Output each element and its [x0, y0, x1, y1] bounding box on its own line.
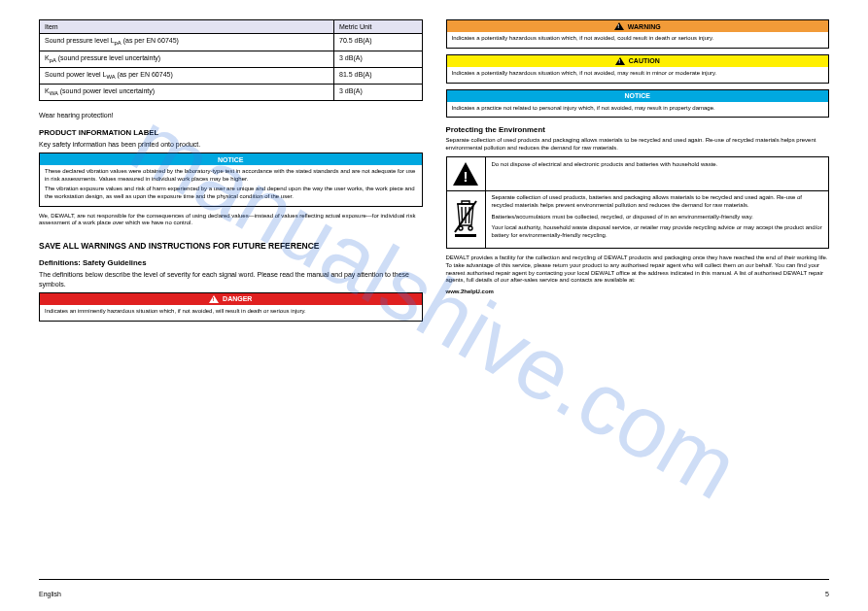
left-column: Item Metric Unit Sound pressure level Lp… — [39, 19, 423, 327]
table-row: KWA (sound power level uncertainty) 3 dB… — [40, 85, 423, 101]
spec-cell: Sound power level LWA (as per EN 60745) — [40, 67, 334, 84]
caution-body: Indicates a potentially hazardous situat… — [447, 67, 829, 83]
env-paragraph: Separate collection of used products and… — [446, 137, 830, 153]
warning-text: Indicates a potentially hazardous situat… — [452, 35, 824, 43]
warning-triangle-icon — [615, 57, 625, 65]
notice-body: Indicates a practice not related to pers… — [447, 102, 829, 118]
warning-box: WARNING Indicates a potentially hazardou… — [446, 19, 830, 49]
notice-bar-label: NOTICE — [218, 156, 243, 163]
spec-cell: 81.5 dB(A) — [334, 67, 423, 84]
caution-bar-label: CAUTION — [629, 57, 660, 64]
notice-box: NOTICE Indicates a practice not related … — [446, 89, 830, 119]
vib-heading: PRODUCT INFORMATION LABEL — [39, 128, 423, 137]
danger-body: Indicates an imminently hazardous situat… — [40, 305, 422, 321]
caution-text: Indicates a potentially hazardous situat… — [452, 70, 824, 78]
spec-cell: 70.5 dB(A) — [334, 34, 423, 51]
env-heading: Protecting the Environment — [446, 125, 830, 134]
notice-bar: NOTICE — [447, 90, 829, 102]
env-bullets-intro: DEWALT provides a facility for the colle… — [446, 255, 830, 285]
env-note2: Your local authority, household waste di… — [492, 224, 823, 240]
env-warning-text: Do not dispose of electrical and electro… — [492, 161, 823, 169]
safety-sub: Definitions: Safety Guidelines — [39, 258, 423, 267]
spec-hdr-item: Item — [40, 20, 334, 34]
warning-triangle-icon — [209, 295, 219, 303]
weee-bin-icon — [447, 190, 486, 248]
spec-cell: KpA (sound pressure level uncertainty) — [40, 51, 334, 67]
env-note1: Batteries/accumulators must be collected… — [492, 214, 823, 221]
env-weee-body: Separate collection of used products, ba… — [486, 190, 829, 248]
caution-box: CAUTION Indicates a potentially hazardou… — [446, 54, 830, 84]
warning-body: Indicates a potentially hazardous situat… — [447, 32, 829, 48]
danger-text: Indicates an imminently hazardous situat… — [45, 308, 417, 316]
env-weee-row: Separate collection of used products, ba… — [446, 190, 830, 249]
warning-bar: WARNING — [447, 20, 829, 32]
env-weee-text: Separate collection of used products, ba… — [492, 194, 823, 210]
footer-lang: English — [39, 591, 61, 597]
warning-triangle-icon — [614, 22, 624, 30]
spec-hdr-unit: Metric Unit — [334, 20, 423, 34]
table-row: Sound power level LWA (as per EN 60745) … — [40, 67, 423, 84]
notice-bar-label: NOTICE — [625, 92, 650, 99]
footer-page-number: 5 — [825, 591, 829, 597]
spec-cell: 3 dB(A) — [334, 51, 423, 67]
spec-cell: Sound pressure level LpA (as per EN 6074… — [40, 34, 334, 51]
table-row: Sound pressure level LpA (as per EN 6074… — [40, 34, 423, 51]
spec-cell: 3 dB(A) — [334, 85, 423, 101]
svg-point-6 — [469, 226, 472, 230]
notice-body: These declared vibration values were obt… — [40, 165, 422, 205]
page-columns: Item Metric Unit Sound pressure level Lp… — [0, 0, 868, 337]
svg-rect-8 — [455, 234, 476, 237]
notice-line: These declared vibration values were obt… — [45, 168, 417, 184]
notice-box-vibration: NOTICE These declared vibration values w… — [39, 153, 423, 206]
env-url: www.2helpU.com — [446, 289, 830, 296]
vib-paragraph: Key safety information has been printed … — [39, 140, 423, 149]
env-warning-row: ! Do not dispose of electrical and elect… — [446, 156, 830, 191]
divider — [39, 579, 829, 580]
danger-box: DANGER Indicates an imminently hazardous… — [39, 292, 423, 322]
caution-bar: CAUTION — [447, 55, 829, 67]
wear-hearing-text: Wear hearing protection! — [39, 111, 423, 119]
spec-table: Item Metric Unit Sound pressure level Lp… — [39, 19, 423, 101]
warning-triangle-icon: ! — [447, 157, 486, 190]
notice-text: Indicates a practice not related to pers… — [452, 105, 824, 113]
danger-bar: DANGER — [40, 293, 422, 305]
safety-paragraph: The definitions below describe the level… — [39, 270, 423, 289]
safety-heading: SAVE ALL WARNINGS AND INSTRUCTIONS FOR F… — [39, 241, 423, 251]
right-column: WARNING Indicates a potentially hazardou… — [446, 19, 830, 327]
notice-bar: NOTICE — [40, 153, 422, 165]
danger-bar-label: DANGER — [223, 295, 252, 302]
spec-cell: KWA (sound power level uncertainty) — [40, 85, 334, 101]
table-row: KpA (sound pressure level uncertainty) 3… — [40, 51, 423, 67]
svg-text:!: ! — [464, 168, 469, 185]
warning-bar-label: WARNING — [628, 23, 661, 30]
disclaimer-text: We, DEWALT, are not responsible for the … — [39, 213, 423, 228]
env-warning-body: Do not dispose of electrical and electro… — [486, 157, 829, 190]
notice-line: The vibration exposure values and risk o… — [45, 186, 417, 201]
footer: English 5 — [39, 591, 829, 597]
